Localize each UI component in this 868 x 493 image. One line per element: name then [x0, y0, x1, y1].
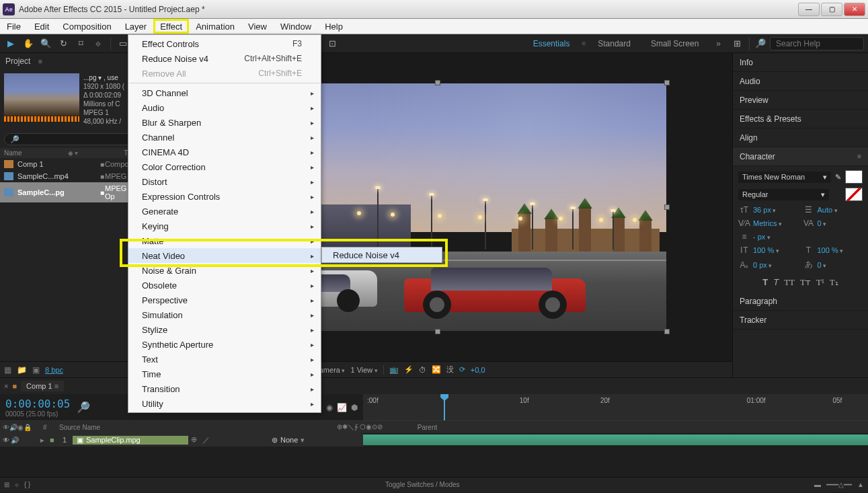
project-bpc[interactable]: 8 bpc [45, 366, 63, 374]
zoom-tool-icon[interactable]: 🔍 [39, 37, 52, 50]
baseline-input[interactable]: 0 px [753, 261, 772, 269]
menu-file[interactable]: File [0, 19, 28, 34]
effect-category-time[interactable]: Time▸ [128, 367, 321, 381]
timeline-options-icon[interactable]: ⟐ [15, 481, 19, 488]
timeline-layer-1[interactable]: 👁🔊 ▸ ■ 1 ▣SampleClip.mpg ⊕ ／ ⊚ None ▾ [0, 433, 868, 447]
effect-category-channel[interactable]: Channel▸ [128, 130, 321, 145]
window-close-button[interactable]: ✕ [844, 3, 865, 16]
character-panel-tab[interactable]: Character≡ [733, 147, 868, 166]
menu-window[interactable]: Window [274, 19, 318, 34]
timeline-toggle-icon[interactable]: ⊞ [4, 481, 9, 488]
layer-name[interactable]: ▣SampleClip.mpg [73, 436, 188, 445]
italic-button[interactable]: T [773, 277, 779, 288]
font-size-input[interactable]: 36 px [753, 206, 776, 214]
tracker-panel-tab[interactable]: Tracker [733, 311, 868, 330]
preview-panel-tab[interactable]: Preview [733, 91, 868, 110]
workspace-options-icon[interactable]: ⊞ [730, 37, 744, 50]
window-minimize-button[interactable]: — [798, 3, 820, 16]
effect-category-matte[interactable]: Matte▸ [128, 233, 321, 248]
hscale-input[interactable]: 100 % [818, 246, 844, 254]
effect-category-blur-sharpen[interactable]: Blur & Sharpen▸ [128, 115, 321, 130]
project-item-sampleclip-pg[interactable]: SampleC...pg ■ MPEG Op [0, 182, 143, 202]
timeline-brackets-icon[interactable]: { } [24, 481, 30, 488]
menu-edit[interactable]: Edit [28, 19, 56, 34]
timeline-search-icon[interactable]: 🔎 [77, 401, 90, 414]
zoom-out-icon[interactable]: ▬ [814, 481, 821, 488]
current-time-indicator[interactable] [444, 394, 445, 420]
effect-category-expression-controls[interactable]: Expression Controls▸ [128, 189, 321, 204]
motion-blur-icon[interactable]: ◉ [326, 403, 333, 412]
zoom-slider[interactable]: ━━━△━━ [826, 481, 852, 488]
bold-button[interactable]: T [762, 277, 768, 288]
effect-category-generate[interactable]: Generate▸ [128, 204, 321, 219]
flowchart-icon[interactable]: 🔀 [432, 365, 441, 374]
window-maximize-button[interactable]: ▢ [821, 3, 842, 16]
views-dropdown[interactable]: 1 View [350, 366, 377, 374]
interpret-footage-icon[interactable]: ▦ [4, 365, 11, 375]
project-tab[interactable]: Project≡ [0, 53, 143, 69]
project-menu-icon[interactable]: ≡ [38, 58, 42, 65]
effect-category-transition[interactable]: Transition▸ [128, 381, 321, 396]
current-time-display[interactable]: 0:00:00:05 [5, 397, 70, 410]
effect-menu-effect-controls[interactable]: Effect ControlsF3 [128, 36, 321, 51]
snapping-options-icon[interactable]: ⊡ [326, 37, 340, 50]
effect-category-keying[interactable]: Keying▸ [128, 219, 321, 233]
layer-audio-toggle-icon[interactable]: 🔊 [11, 437, 19, 444]
effect-category-obsolete[interactable]: Obsolete▸ [128, 278, 321, 293]
project-col-name[interactable]: Name [4, 149, 22, 157]
fast-preview-icon[interactable]: ⚡ [404, 365, 413, 374]
font-style-dropdown[interactable]: Regular▾ [738, 189, 829, 200]
layer-quality-switch[interactable]: ⊕ [191, 435, 197, 445]
new-comp-icon[interactable]: ▣ [32, 365, 40, 375]
camera-tool-icon[interactable]: ⌑ [74, 37, 87, 50]
hand-tool-icon[interactable]: ✋ [22, 37, 35, 50]
effect-category-3d-channel[interactable]: 3D Channel▸ [128, 85, 321, 100]
pixel-aspect-icon[interactable]: 📺 [389, 365, 399, 374]
effect-category-distort[interactable]: Distort▸ [128, 174, 321, 189]
effect-category-audio[interactable]: Audio▸ [128, 100, 321, 115]
fill-color-swatch[interactable] [845, 170, 863, 184]
timeline-tab-comp1[interactable]: Comp 1 ≡ [21, 381, 64, 391]
tsume-input[interactable]: 0 [818, 261, 827, 269]
subscript-button[interactable]: T₁ [830, 277, 838, 288]
effect-category-text[interactable]: Text▸ [128, 352, 321, 367]
menu-view[interactable]: View [241, 19, 274, 34]
kerning-input[interactable]: Metrics [753, 219, 782, 227]
menu-composition[interactable]: Composition [56, 19, 118, 34]
info-panel-tab[interactable]: Info [733, 53, 868, 72]
align-panel-tab[interactable]: Align [733, 128, 868, 147]
effect-category-perspective[interactable]: Perspective▸ [128, 293, 321, 307]
toggle-switches-modes-button[interactable]: Toggle Switches / Modes [36, 481, 809, 488]
timeline-icon[interactable]: ⏱ [419, 366, 426, 374]
stroke-width-input[interactable]: - px [753, 233, 771, 241]
zoom-in-icon[interactable]: ▲ [857, 481, 864, 488]
reset-exposure-icon[interactable]: ⟳ [459, 365, 465, 374]
effect-category-simulation[interactable]: Simulation▸ [128, 307, 321, 322]
workspace-small-screen[interactable]: Small Screen [643, 39, 707, 48]
menu-layer[interactable]: Layer [118, 19, 154, 34]
stroke-color-swatch[interactable] [845, 188, 863, 201]
layer-video-toggle-icon[interactable]: 👁 [3, 437, 9, 444]
effect-category-neat-video[interactable]: Neat Video▸ [128, 248, 321, 263]
tracking-input[interactable]: 0 [818, 219, 827, 227]
search-help-input[interactable] [770, 37, 864, 50]
workspace-essentials[interactable]: Essentials [525, 39, 578, 48]
menu-effect[interactable]: Effect [153, 19, 189, 34]
pan-behind-tool-icon[interactable]: ⟐ [91, 37, 105, 50]
superscript-button[interactable]: T¹ [816, 277, 824, 288]
effect-category-stylize[interactable]: Stylize▸ [128, 322, 321, 337]
project-item-comp1[interactable]: Comp 1 ■ Compos [0, 158, 143, 170]
brainstorm-icon[interactable]: ⬢ [351, 403, 358, 412]
smallcaps-button[interactable]: Tᴛ [800, 277, 811, 288]
effect-menu-last-effect[interactable]: Reduce Noise v4Ctrl+Alt+Shift+E [128, 51, 321, 66]
parent-pickwhip-icon[interactable]: ⊚ [272, 436, 278, 445]
new-folder-icon[interactable]: 📁 [17, 365, 27, 375]
font-family-dropdown[interactable]: Times New Roman▾ [738, 172, 831, 183]
effect-category-synthetic-aperture[interactable]: Synthetic Aperture▸ [128, 337, 321, 352]
effect-category-cinema4d[interactable]: CINEMA 4D▸ [128, 145, 321, 159]
effect-category-noise-grain[interactable]: Noise & Grain▸ [128, 263, 321, 278]
audio-panel-tab[interactable]: Audio [733, 72, 868, 91]
layer-duration-bar[interactable] [363, 433, 868, 447]
selection-tool-icon[interactable]: ▶ [4, 37, 17, 50]
time-ruler[interactable]: :00f 10f 20f 01:00f 05f [363, 394, 868, 420]
